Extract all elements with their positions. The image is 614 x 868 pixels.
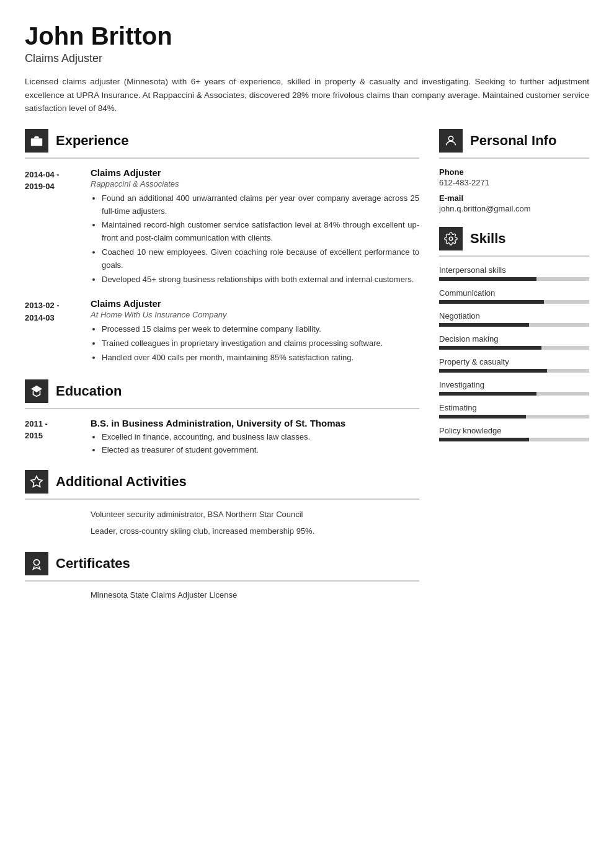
skill-bar-fill-0 <box>439 277 536 281</box>
activity-entry-1: Volunteer security administrator, BSA No… <box>25 508 419 521</box>
exp-bullets-1: Found an additional 400 unwarranted clai… <box>91 192 419 286</box>
skill-bar-fill-5 <box>439 392 536 396</box>
certificates-header: Certificates <box>25 552 419 575</box>
exp-bullet-2-2: Trained colleagues in proprietary invest… <box>102 337 419 350</box>
skill-bar-fill-3 <box>439 346 541 350</box>
svg-point-6 <box>449 237 453 241</box>
skills-divider <box>439 255 589 257</box>
skill-item-7: Policy knowledge <box>439 426 589 441</box>
skill-item-6: Estimating <box>439 403 589 418</box>
personal-info-icon <box>439 129 463 153</box>
email-label: E-mail <box>439 193 589 203</box>
activities-icon <box>25 470 48 494</box>
skill-bar-bg-1 <box>439 300 589 304</box>
skill-name-6: Estimating <box>439 403 589 412</box>
skills-title: Skills <box>470 231 505 247</box>
skill-item-1: Communication <box>439 288 589 304</box>
skill-bar-fill-7 <box>439 438 529 441</box>
skills-list: Interpersonal skillsCommunicationNegotia… <box>439 265 589 441</box>
exp-bullet-1-3: Coached 10 new employees. Given coaching… <box>102 246 419 272</box>
skill-name-5: Investigating <box>439 380 589 389</box>
right-column: Personal Info Phone 612-483-2271 E-mail … <box>439 129 589 843</box>
skill-name-0: Interpersonal skills <box>439 265 589 275</box>
experience-entry-2: 2013-02 - 2014-03 Claims Adjuster At Hom… <box>25 298 419 365</box>
experience-icon <box>25 129 48 153</box>
activities-section: Additional Activities Volunteer security… <box>25 470 419 538</box>
cert-text-1: Minnesota State Claims Adjuster License <box>91 590 237 600</box>
skill-bar-fill-2 <box>439 323 529 327</box>
skill-bar-bg-0 <box>439 277 589 281</box>
exp-dates-1: 2014-04 - 2019-04 <box>25 167 81 288</box>
summary-text: Licensed claims adjuster (Minnesota) wit… <box>25 75 589 115</box>
skill-name-1: Communication <box>439 288 589 298</box>
candidate-name: John Britton <box>25 22 589 50</box>
skill-item-0: Interpersonal skills <box>439 265 589 281</box>
exp-company-2: At Home With Us Insurance Company <box>91 310 419 319</box>
skill-item-2: Negotiation <box>439 311 589 327</box>
exp-bullet-2-1: Processed 15 claims per week to determin… <box>102 323 419 336</box>
svg-point-5 <box>448 136 453 140</box>
skills-icon <box>439 227 463 250</box>
exp-company-1: Rappaccini & Associates <box>91 179 419 188</box>
skills-header: Skills <box>439 227 589 250</box>
experience-section: Experience 2014-04 - 2019-04 Claims Adju… <box>25 129 419 366</box>
exp-bullet-1-1: Found an additional 400 unwarranted clai… <box>102 192 419 218</box>
education-section: Education 2011 - 2015 B.S. in Business A… <box>25 379 419 457</box>
cert-entry-1: Minnesota State Claims Adjuster License <box>25 590 419 600</box>
svg-marker-2 <box>31 386 42 392</box>
skill-bar-fill-4 <box>439 369 547 373</box>
edu-title-1: B.S. in Business Administration, Univers… <box>91 418 419 428</box>
personal-info-title: Personal Info <box>470 133 556 149</box>
activity-text-1: Volunteer security administrator, BSA No… <box>91 508 303 521</box>
activities-header: Additional Activities <box>25 470 419 494</box>
experience-divider <box>25 157 419 159</box>
activity-entry-2: Leader, cross-country skiing club, incre… <box>25 525 419 538</box>
svg-point-4 <box>33 560 39 565</box>
education-icon <box>25 379 48 403</box>
skill-name-3: Decision making <box>439 334 589 343</box>
education-title: Education <box>56 383 122 399</box>
certificates-title: Certificates <box>56 556 130 572</box>
exp-dates-2: 2013-02 - 2014-03 <box>25 298 81 365</box>
skill-bar-bg-2 <box>439 323 589 327</box>
activities-divider <box>25 498 419 500</box>
edu-content-1: B.S. in Business Administration, Univers… <box>91 418 419 457</box>
certificates-icon <box>25 552 48 575</box>
certificates-divider <box>25 580 419 582</box>
phone-value: 612-483-2271 <box>439 178 589 187</box>
skill-name-2: Negotiation <box>439 311 589 321</box>
education-header: Education <box>25 379 419 403</box>
skill-item-5: Investigating <box>439 380 589 396</box>
personal-info-header: Personal Info <box>439 129 589 153</box>
edu-bullet-1-1: Excelled in finance, accounting, and bus… <box>102 431 419 444</box>
activity-text-2: Leader, cross-country skiing club, incre… <box>91 525 314 538</box>
certificates-section: Certificates Minnesota State Claims Adju… <box>25 552 419 600</box>
personal-info-divider <box>439 157 589 159</box>
experience-title: Experience <box>56 133 128 149</box>
exp-title-2: Claims Adjuster <box>91 298 419 309</box>
experience-header: Experience <box>25 129 419 153</box>
skill-name-7: Policy knowledge <box>439 426 589 435</box>
skill-bar-bg-7 <box>439 438 589 441</box>
skill-bar-bg-5 <box>439 392 589 396</box>
exp-bullet-2-3: Handled over 400 calls per month, mainta… <box>102 352 419 365</box>
phone-label: Phone <box>439 167 589 177</box>
left-column: Experience 2014-04 - 2019-04 Claims Adju… <box>25 129 419 843</box>
skill-bar-fill-1 <box>439 300 544 304</box>
exp-title-1: Claims Adjuster <box>91 167 419 178</box>
exp-bullet-1-2: Maintained record-high customer service … <box>102 219 419 245</box>
edu-bullets-1: Excelled in finance, accounting, and bus… <box>91 431 419 457</box>
skill-item-4: Property & casualty <box>439 357 589 373</box>
skill-item-3: Decision making <box>439 334 589 350</box>
exp-content-2: Claims Adjuster At Home With Us Insuranc… <box>91 298 419 365</box>
edu-bullet-1-2: Elected as treasurer of student governme… <box>102 444 419 457</box>
personal-info-section: Personal Info Phone 612-483-2271 E-mail … <box>439 129 589 213</box>
experience-entry-1: 2014-04 - 2019-04 Claims Adjuster Rappac… <box>25 167 419 288</box>
skills-section: Skills Interpersonal skillsCommunication… <box>439 227 589 441</box>
skill-bar-bg-3 <box>439 346 589 350</box>
exp-content-1: Claims Adjuster Rappaccini & Associates … <box>91 167 419 288</box>
resume-header: John Britton Claims Adjuster <box>25 22 589 65</box>
exp-bullets-2: Processed 15 claims per week to determin… <box>91 323 419 364</box>
candidate-title: Claims Adjuster <box>25 52 589 65</box>
skill-name-4: Property & casualty <box>439 357 589 366</box>
